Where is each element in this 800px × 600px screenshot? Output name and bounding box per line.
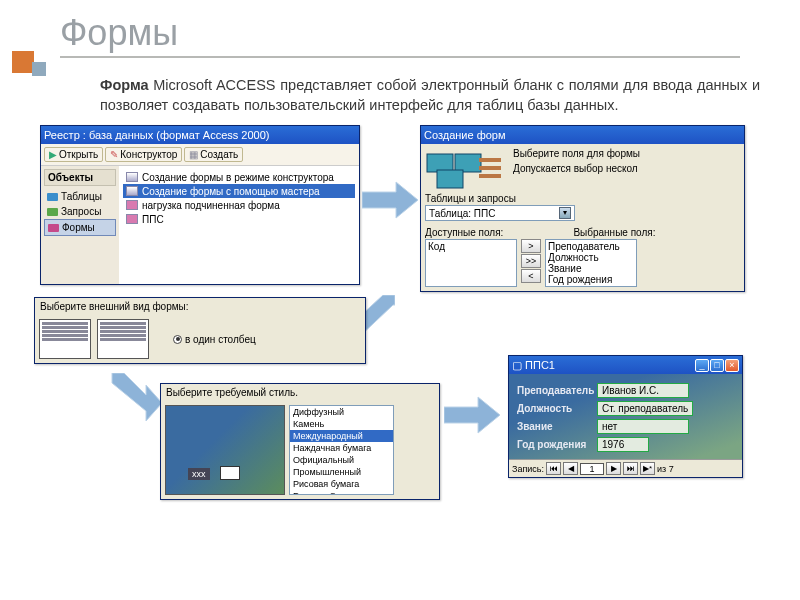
- form-body: ПреподавательИванов И.С. ДолжностьСт. пр…: [509, 374, 742, 459]
- create-button[interactable]: ▦Создать: [184, 147, 243, 162]
- db-toolbar: ▶Открыть ✎Конструктор ▦Создать: [41, 144, 359, 166]
- layout-thumbnail: [39, 319, 91, 359]
- selected-fields-list[interactable]: Преподаватель Должность Звание Год рожде…: [545, 239, 637, 287]
- svg-marker-9: [444, 397, 500, 433]
- layout-thumbnail: [97, 319, 149, 359]
- available-fields-label: Доступные поля:: [425, 227, 503, 238]
- preview-label: xxx: [188, 468, 210, 480]
- field-label: Должность: [517, 403, 597, 414]
- style-list[interactable]: Диффузный Камень Международный Наждачная…: [289, 405, 394, 495]
- definition-text: Форма Microsoft ACCESS представляет собо…: [0, 58, 800, 125]
- accent-square-orange: [12, 51, 34, 73]
- field-value[interactable]: Иванов И.С.: [597, 383, 689, 398]
- database-window: Реестр : база данных (формат Access 2000…: [40, 125, 360, 285]
- sidebar-item-queries[interactable]: Запросы: [44, 204, 116, 219]
- definition-body: Microsoft ACCESS представляет собой элек…: [100, 77, 760, 113]
- form-title: ППС1: [525, 359, 555, 371]
- wizard-titlebar: Создание форм: [421, 126, 744, 144]
- close-button[interactable]: ×: [725, 359, 739, 372]
- sidebar-item-forms[interactable]: Формы: [44, 219, 116, 236]
- svg-marker-0: [362, 182, 418, 218]
- wizard-hint: Выберите поля для формы: [513, 148, 640, 159]
- objects-panel: Объекты Таблицы Запросы Формы: [41, 166, 119, 284]
- nav-next-button[interactable]: ▶: [606, 462, 621, 475]
- query-icon: [47, 208, 58, 216]
- wizard-icon: [126, 172, 138, 182]
- nav-first-button[interactable]: ⏮: [546, 462, 561, 475]
- svg-rect-3: [437, 170, 463, 188]
- field-value[interactable]: 1976: [597, 437, 649, 452]
- slide-title: Формы: [0, 0, 800, 56]
- field-label: Преподаватель: [517, 385, 597, 396]
- form-icon: ▢: [512, 359, 522, 371]
- title-rule: [60, 56, 740, 58]
- layout-option-column[interactable]: в один столбец: [173, 334, 256, 345]
- nav-new-button[interactable]: ▶*: [640, 462, 655, 475]
- svg-rect-5: [479, 166, 501, 170]
- form-object-icon: [126, 200, 138, 210]
- svg-rect-2: [455, 154, 481, 172]
- form-object-icon: [126, 214, 138, 224]
- list-item[interactable]: Создание формы в режиме конструктора: [123, 170, 355, 184]
- tables-label: Таблицы и запросы: [425, 193, 740, 204]
- nav-prev-button[interactable]: ◀: [563, 462, 578, 475]
- illustration-canvas: Реестр : база данных (формат Access 2000…: [0, 125, 800, 545]
- table-icon: [47, 193, 58, 201]
- svg-rect-1: [427, 154, 453, 172]
- open-button[interactable]: ▶Открыть: [44, 147, 103, 162]
- field-label: Год рождения: [517, 439, 597, 450]
- maximize-button[interactable]: □: [710, 359, 724, 372]
- result-form-window: ▢ ППС1 _ □ × ПреподавательИванов И.С. До…: [508, 355, 743, 478]
- nav-total: из 7: [657, 464, 674, 474]
- form-titlebar: ▢ ППС1 _ □ ×: [509, 356, 742, 374]
- nav-label: Запись:: [512, 464, 544, 474]
- arrow-icon: [362, 180, 420, 220]
- objects-header: Объекты: [44, 169, 116, 186]
- arrow-icon: [444, 395, 504, 435]
- list-item[interactable]: Создание формы с помощью мастера: [123, 184, 355, 198]
- forms-list: Создание формы в режиме конструктора Соз…: [119, 166, 359, 284]
- svg-marker-8: [112, 373, 162, 421]
- svg-rect-6: [479, 174, 501, 178]
- move-left-button[interactable]: <: [521, 269, 541, 283]
- form-wizard-window: Создание форм Выберите поля для формы До…: [420, 125, 745, 292]
- accent-square-blue: [32, 62, 46, 76]
- style-title: Выберите требуемый стиль.: [161, 384, 439, 401]
- wizard-hint2: Допускается выбор нескол: [513, 163, 640, 174]
- db-title: Реестр : база данных (формат Access 2000…: [44, 126, 269, 144]
- move-right-button[interactable]: >: [521, 239, 541, 253]
- sidebar-item-tables[interactable]: Таблицы: [44, 189, 116, 204]
- field-value[interactable]: нет: [597, 419, 689, 434]
- nav-position-input[interactable]: 1: [580, 463, 604, 475]
- table-select[interactable]: Таблица: ППС▾: [425, 205, 575, 221]
- record-navigator: Запись: ⏮ ◀ 1 ▶ ⏭ ▶* из 7: [509, 459, 742, 477]
- layout-title: Выберите внешний вид формы:: [35, 298, 365, 315]
- form-style-window: Выберите требуемый стиль. xxx Диффузный …: [160, 383, 440, 500]
- available-fields-list[interactable]: Код: [425, 239, 517, 287]
- list-item[interactable]: нагрузка подчиненная форма: [123, 198, 355, 212]
- move-all-right-button[interactable]: >>: [521, 254, 541, 268]
- list-item[interactable]: ППС: [123, 212, 355, 226]
- selected-fields-label: Выбранные поля:: [573, 227, 655, 238]
- wizard-icon: [126, 186, 138, 196]
- style-preview: xxx: [165, 405, 285, 495]
- preview-data: [220, 466, 240, 480]
- svg-rect-4: [479, 158, 501, 162]
- nav-last-button[interactable]: ⏭: [623, 462, 638, 475]
- definition-term: Форма: [100, 77, 149, 93]
- wizard-illustration: [425, 148, 507, 190]
- db-titlebar: Реестр : база данных (формат Access 2000…: [41, 126, 359, 144]
- wizard-title: Создание форм: [424, 126, 506, 144]
- arrow-icon: [110, 373, 164, 425]
- form-layout-window: Выберите внешний вид формы: в один столб…: [34, 297, 366, 364]
- chevron-down-icon: ▾: [559, 207, 571, 219]
- field-label: Звание: [517, 421, 597, 432]
- design-button[interactable]: ✎Конструктор: [105, 147, 182, 162]
- field-value[interactable]: Ст. преподаватель: [597, 401, 693, 416]
- minimize-button[interactable]: _: [695, 359, 709, 372]
- form-icon: [48, 224, 59, 232]
